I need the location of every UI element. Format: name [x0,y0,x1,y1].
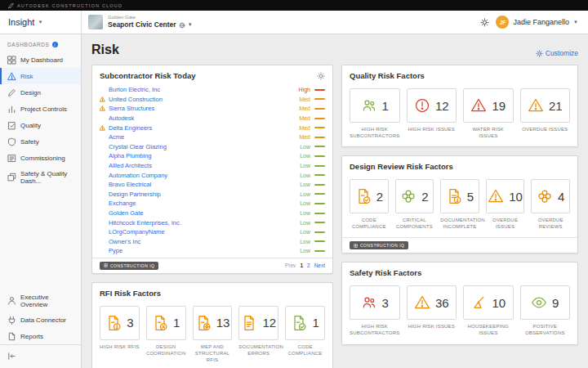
sidebar-item-design[interactable]: Design [0,84,81,101]
stat-code-compliance[interactable]: 2 [350,179,389,213]
stat-value: 12 [262,316,276,330]
risk-level: Low [294,248,310,254]
chevron-down-icon: ▼ [188,22,193,29]
stat-critical-components[interactable]: 2 [395,179,434,213]
subcontractor-link[interactable]: Hitchcock Enterprises, Inc. [109,219,294,227]
subcontractor-link[interactable]: Pype [109,247,294,254]
app-switcher[interactable]: Insight ▼ [0,11,82,34]
risk-trend-bar [314,250,325,252]
card-settings-icon[interactable] [317,72,325,80]
subcontractor-link[interactable]: Bravo Electrical [109,181,294,188]
stat-label: HIGH RISK ISSUES [407,323,457,336]
stat-documentation-errors[interactable]: 12 [238,306,278,340]
subcontractor-row: United ConstructionMed [100,95,325,105]
stat-positive-observations[interactable]: 9 [520,285,571,320]
risk-level: Med [294,125,310,131]
subcontractor-link[interactable]: Autodesk [109,114,294,122]
prev-page-button[interactable]: Prev [285,263,296,268]
subcontractor-link[interactable]: Delta Engineers [109,124,294,132]
alert-triangle-icon [528,97,544,114]
stat-tile: 21OVERDUE ISSUES [520,88,571,139]
risk-level: Low [294,200,310,206]
stat-overdue-reviews[interactable]: 4 [531,179,570,213]
eye-icon [531,294,547,311]
stat-documentation-incomplete[interactable]: 5 [440,179,479,213]
sidebar-item-safety-quality-dash[interactable]: Safety & Quality Dash... [0,166,81,188]
rfi-risk-card: RFI Risk Factors 3HIGH RISK RFIS 1DESIGN… [91,282,333,368]
stat-label: HIGH RISK ISSUES [407,126,457,139]
subcontractor-link[interactable]: Exchange [109,200,294,207]
sidebar-item-risk[interactable]: Risk [0,68,81,84]
user-menu[interactable]: JF Jadie Fanganello ▼ [496,16,578,29]
stat-housekeeping-issues[interactable]: 10 [463,285,514,320]
sidebar-item-label: Project Controls [20,105,67,113]
subcontractor-link[interactable]: Sierra Structures [109,105,294,112]
subcontractor-link[interactable]: Owner's Inc [109,238,294,245]
sidebar-item-commissioning[interactable]: Commissioning [0,150,81,166]
subcontractor-row: AcmeMed [100,132,325,142]
subcontractor-link[interactable]: Automation Company [109,172,294,179]
construction-iq-label: CONSTRUCTION IQ [110,263,154,268]
stat-label: MEP AND STRUCTURAL RFIS [193,343,233,363]
stat-tile: 4OVERDUE REVIEWS [531,179,570,230]
stat-code-compliance[interactable]: 1 [285,306,325,340]
stat-value: 2 [376,190,383,204]
sidebar-item-safety[interactable]: Safety [0,133,81,150]
subcontractor-link[interactable]: Acme [109,133,294,141]
construction-iq-icon [354,244,358,248]
subcontractor-link[interactable]: Design Partnership [109,191,294,198]
project-account-label: Golden Gate [108,15,193,21]
next-page-button[interactable]: Next [314,263,325,268]
project-selector[interactable]: Golden Gate Seaport Civic Center ▼ [82,11,193,34]
subcontractor-row: Burton Electric, IncHigh [100,85,325,95]
stat-label: DOCUMENTATION ERRORS [238,343,278,357]
stat-label: DESIGN COORDINATION [146,343,186,357]
stat-high-risk-subcontractors[interactable]: 1 [350,88,400,123]
components-fan-icon [400,188,416,204]
stat-high-risk-issues[interactable]: 36 [407,285,457,320]
stat-value: 21 [549,99,563,113]
subcontractor-link[interactable]: United Construction [109,96,294,103]
sidebar-item-data-connector[interactable]: Data Connector [0,312,81,328]
page-1-button[interactable]: 1 [300,263,303,268]
stat-tile: 3HIGH RISK SUBCONTRACTORS [350,285,400,336]
stat-high-risk-rfis[interactable]: 3 [100,306,140,340]
stat-value: 1 [312,316,318,330]
subcontractor-link[interactable]: Alpha Plumbing [109,152,294,159]
sidebar-item-project-controls[interactable]: Project Controls [0,101,81,117]
stat-overdue-issues[interactable]: 10 [486,179,525,213]
subcontractor-link[interactable]: Crystal Clear Glazing [109,143,294,150]
stat-label: DOCUMENTATION INCOMPLETE [440,217,479,230]
stat-high-risk-issues[interactable]: 12 [407,88,457,123]
stat-value: 10 [492,296,506,310]
stat-water-risk-issues[interactable]: 19 [463,88,514,123]
sidebar-item-my-dashboard[interactable]: My Dashboard [0,52,81,68]
subcontractor-row: Hitchcock Enterprises, Inc.Low [100,218,325,227]
stat-design-coordination[interactable]: 1 [146,306,186,340]
page-2-button[interactable]: 2 [307,263,310,268]
subcontractor-link[interactable]: LOrgCompanyName [109,228,294,236]
settings-icon[interactable] [480,18,489,27]
alert-triangle-icon [470,97,487,114]
customize-button[interactable]: Customize [536,49,578,57]
stat-overdue-issues[interactable]: 21 [520,88,571,123]
sidebar-item-quality[interactable]: Quality [0,117,81,133]
sidebar-item-label: Safety [20,138,39,146]
info-icon[interactable]: i [52,42,58,47]
subcontractor-row: PypeLow [100,246,325,256]
subcontractor-link[interactable]: Burton Electric, Inc [109,86,294,93]
risk-trend-bar [314,127,325,128]
risk-level: Low [294,153,310,159]
sidebar-item-executive-overview[interactable]: Executive Overview [0,289,81,312]
sidebar-item-reports[interactable]: Reports [0,328,81,344]
risk-level: Low [294,191,310,197]
stat-tile: 10HOUSEKEEPING ISSUES [463,285,514,336]
stat-label: CODE COMPLIANCE [350,217,389,230]
stat-mep-structural-rfis[interactable]: 13 [193,306,233,340]
subcontractor-row: Crystal Clear GlazingLow [100,142,325,152]
avatar: JF [496,16,509,29]
sidebar-collapse-control[interactable] [0,344,81,368]
subcontractor-link[interactable]: Allied Architects [109,162,294,169]
subcontractor-link[interactable]: Golden Gate [109,209,294,217]
stat-high-risk-subcontractors[interactable]: 3 [350,285,400,320]
